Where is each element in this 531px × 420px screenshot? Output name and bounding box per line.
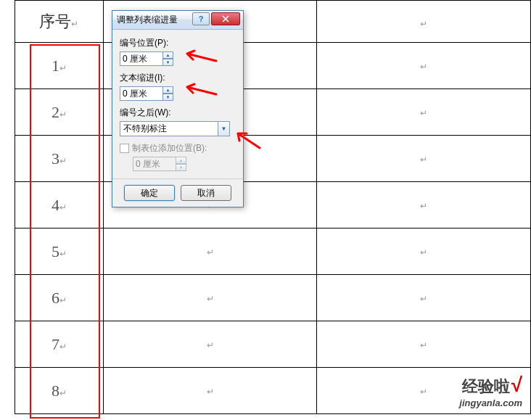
cell[interactable]: ↵ — [317, 43, 531, 89]
table-row: 1↵ ↵ ↵ — [15, 43, 531, 89]
number-position-label: 编号位置(P): — [120, 37, 236, 49]
cell[interactable]: ↵ — [317, 89, 531, 136]
dialog-titlebar[interactable]: 调整列表缩进量 ? — [112, 11, 243, 30]
after-number-label: 编号之后(W): — [120, 107, 236, 119]
spin-up-button: ▲ — [176, 157, 186, 164]
cell[interactable]: ↵ — [317, 275, 531, 321]
paragraph-mark: ↵ — [59, 63, 67, 73]
dropdown-value: 不特别标注 — [123, 123, 167, 135]
cell-index[interactable]: 1↵ — [15, 43, 104, 89]
table-row: 3↵ ↵ ↵ — [15, 136, 531, 182]
header-row: 序号↵ ↵ ↵ — [15, 1, 531, 43]
cell[interactable]: ↵ — [317, 182, 531, 228]
chevron-down-icon: ▼ — [218, 122, 229, 136]
cell-index[interactable]: 5↵ — [15, 228, 104, 275]
cell-index[interactable]: 3↵ — [15, 136, 104, 182]
spin-down-button: ▼ — [176, 164, 186, 171]
help-button[interactable]: ? — [192, 12, 210, 25]
spin-up-button[interactable]: ▲ — [162, 86, 173, 94]
separator — [112, 178, 243, 179]
check-icon: √ — [511, 374, 522, 396]
text-indent-label: 文本缩进(I): — [120, 72, 236, 84]
paragraph-mark: ↵ — [420, 19, 427, 29]
cell[interactable]: ↵ — [317, 136, 531, 182]
after-number-dropdown[interactable]: 不特别标注 ▼ — [120, 121, 230, 136]
table-row: 7↵ ↵ ↵ — [15, 321, 531, 368]
text-indent-input[interactable] — [120, 86, 163, 101]
tabstop-position-input — [133, 157, 176, 171]
cancel-button[interactable]: 取消 — [181, 185, 231, 201]
cell[interactable]: ↵ — [103, 275, 317, 321]
spin-up-button[interactable]: ▲ — [162, 52, 173, 59]
spin-down-button[interactable]: ▼ — [162, 94, 173, 101]
number-position-input[interactable] — [120, 52, 163, 66]
table-row: 6↵ ↵ ↵ — [15, 275, 531, 321]
table-row: 5↵ ↵ ↵ — [15, 228, 531, 275]
spin-down-button[interactable]: ▼ — [162, 59, 173, 66]
ok-button[interactable]: 确定 — [124, 185, 175, 201]
cell[interactable]: ↵ — [317, 228, 531, 275]
tabstop-label: 制表位添加位置(B): — [132, 142, 207, 155]
close-icon — [221, 15, 230, 22]
header-cell-index[interactable]: 序号↵ — [15, 1, 104, 43]
adjust-list-indent-dialog: 调整列表缩进量 ? 编号位置(P): ▲ ▼ 文本缩进(I): ▲ ▼ 编号之后… — [112, 10, 244, 207]
cell[interactable]: ↵ — [317, 321, 531, 368]
cell-index[interactable]: 6↵ — [15, 275, 104, 321]
table-row: 8↵ ↵ ↵ — [15, 368, 531, 414]
cell-index[interactable]: 8↵ — [15, 368, 104, 414]
tabstop-checkbox[interactable] — [120, 144, 129, 153]
table-row: 4↵ ↵ ↵ — [15, 182, 531, 228]
watermark: 经验啦√ jingyanla.com — [459, 374, 522, 408]
cell[interactable]: ↵ — [103, 228, 317, 275]
watermark-title: 经验啦 — [462, 376, 510, 398]
header-cell-3[interactable]: ↵ — [317, 1, 531, 43]
watermark-url: jingyanla.com — [459, 398, 522, 408]
dialog-title: 调整列表缩进量 — [117, 14, 178, 26]
table-row: 2↵ ↵ ↵ — [15, 89, 531, 136]
cell-index[interactable]: 4↵ — [15, 182, 104, 228]
word-table: 序号↵ ↵ ↵ 1↵ ↵ ↵ 2↵ ↵ ↵ 3↵ ↵ ↵ 4↵ ↵ ↵ 5↵ ↵… — [15, 0, 531, 414]
cell[interactable]: ↵ — [103, 321, 317, 368]
cell-index[interactable]: 7↵ — [15, 321, 104, 368]
close-button[interactable] — [211, 12, 240, 25]
cell[interactable]: ↵ — [103, 368, 317, 414]
paragraph-mark: ↵ — [71, 19, 78, 29]
cell-index[interactable]: 2↵ — [15, 89, 104, 136]
